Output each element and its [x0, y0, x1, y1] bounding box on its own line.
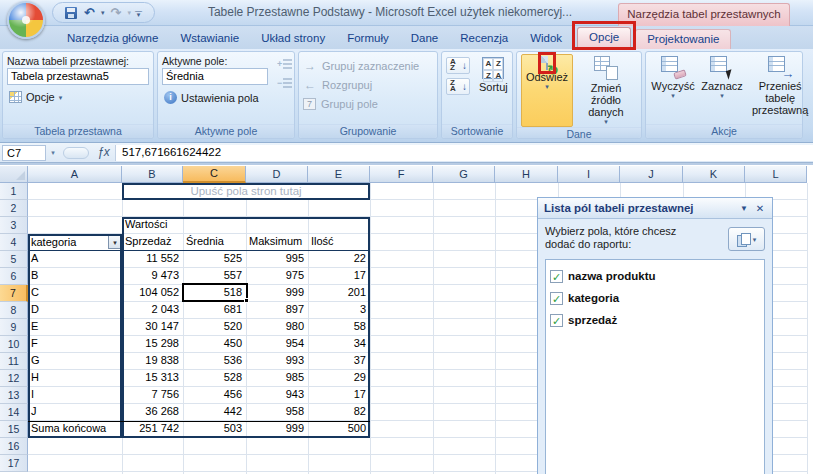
cell-C13[interactable]: 456	[183, 387, 246, 403]
cell-A5[interactable]: A	[28, 251, 122, 267]
cell-D5[interactable]: 995	[246, 251, 308, 267]
active-field-input[interactable]: Średnia	[162, 68, 268, 85]
tab-projektowanie[interactable]: Projektowanie	[635, 29, 731, 49]
refresh-button[interactable]: ↻ Odśwież ▾	[521, 54, 573, 127]
tab-opcje[interactable]: Opcje	[577, 27, 631, 49]
row-header-6[interactable]: 6	[0, 268, 28, 285]
panel-options-dropdown-icon[interactable]: ▼	[736, 204, 752, 213]
row-header-11[interactable]: 11	[0, 353, 28, 370]
cell-D14[interactable]: 958	[246, 404, 308, 420]
cell-C12[interactable]: 528	[183, 370, 246, 386]
field-checkbox-kategoria[interactable]: ✓	[550, 292, 563, 305]
cell-B7[interactable]: 104 052	[122, 285, 183, 301]
row-header-5[interactable]: 5	[0, 251, 28, 268]
cell-C9[interactable]: 520	[183, 319, 246, 335]
cell-A14[interactable]: J	[28, 404, 122, 420]
row-header-12[interactable]: 12	[0, 370, 28, 387]
row-header-8[interactable]: 8	[0, 302, 28, 319]
row-header-3[interactable]: 3	[0, 217, 28, 234]
cell-D7[interactable]: 999	[246, 285, 308, 301]
column-header-F[interactable]: F	[370, 166, 433, 183]
cell-B14[interactable]: 36 268	[122, 404, 183, 420]
cell-B11[interactable]: 19 838	[122, 353, 183, 369]
row-header-15[interactable]: 15	[0, 421, 28, 438]
insert-function-button[interactable]: ƒx	[92, 145, 116, 161]
tab-układ-strony[interactable]: Układ strony	[250, 29, 336, 49]
cell-E5[interactable]: 22	[308, 251, 370, 267]
layout-selector-button[interactable]: ▾	[728, 227, 765, 251]
column-header-C[interactable]: C	[183, 166, 246, 183]
select-button[interactable]: Zaznacz ▾	[698, 54, 746, 124]
cell-B9[interactable]: 30 147	[122, 319, 183, 335]
select-all-corner[interactable]	[0, 166, 28, 183]
cell-C7[interactable]: 518	[183, 285, 246, 301]
cell-D8[interactable]: 897	[246, 302, 308, 318]
row-header-10[interactable]: 10	[0, 336, 28, 353]
pivot-options-button[interactable]: Opcje ▾	[7, 90, 149, 104]
column-header-L[interactable]: L	[745, 166, 807, 183]
cell-E8[interactable]: 3	[308, 302, 370, 318]
cell-C8[interactable]: 681	[183, 302, 246, 318]
save-icon[interactable]	[63, 5, 78, 20]
cell-B5[interactable]: 11 552	[122, 251, 183, 267]
cell-A7[interactable]: C	[28, 285, 122, 301]
column-header-H[interactable]: H	[495, 166, 558, 183]
cell-E7[interactable]: 201	[308, 285, 370, 301]
row-header-7[interactable]: 7	[0, 285, 28, 302]
sort-za-button[interactable]: ZA↓	[446, 78, 470, 95]
undo-dropdown-icon[interactable]: ▾	[101, 9, 105, 17]
field-item-sprzedaż[interactable]: ✓sprzedaż	[550, 309, 760, 331]
field-checkbox-sprzedaż[interactable]: ✓	[550, 314, 563, 327]
name-box-dropdown-icon[interactable]: ▾	[46, 149, 60, 157]
column-header-B[interactable]: B	[122, 166, 183, 183]
tab-widok[interactable]: Widok	[519, 29, 573, 49]
pivot-name-input[interactable]: Tabela przestawna5	[7, 68, 149, 85]
cell-A8[interactable]: D	[28, 302, 122, 318]
row-header-4[interactable]: 4	[0, 234, 28, 251]
field-item-nazwa-produktu[interactable]: ✓nazwa produktu	[550, 265, 760, 287]
row-header-2[interactable]: 2	[0, 200, 28, 217]
cell-C5[interactable]: 525	[183, 251, 246, 267]
cell-A13[interactable]: I	[28, 387, 122, 403]
column-header-I[interactable]: I	[558, 166, 620, 183]
value-header-D4[interactable]: Maksimum	[246, 234, 308, 250]
cell-E9[interactable]: 58	[308, 319, 370, 335]
row-header-13[interactable]: 13	[0, 387, 28, 404]
office-button[interactable]	[7, 1, 45, 39]
total-cell-B15[interactable]: 251 742	[122, 421, 183, 437]
cell-A11[interactable]: G	[28, 353, 122, 369]
row-header-1[interactable]: 1	[0, 183, 28, 200]
tab-narzędzia-główne[interactable]: Narzędzia główne	[56, 29, 169, 49]
total-cell-E15[interactable]: 500	[308, 421, 370, 437]
cell-B10[interactable]: 15 298	[122, 336, 183, 352]
clear-button[interactable]: Wyczyść ▾	[650, 54, 696, 124]
cell-C14[interactable]: 442	[183, 404, 246, 420]
sort-button[interactable]: AZZA Sortuj	[475, 55, 512, 95]
row-header-9[interactable]: 9	[0, 319, 28, 336]
cell-D9[interactable]: 980	[246, 319, 308, 335]
field-filter-dropdown-icon[interactable]: ▾	[108, 235, 122, 249]
cell-B3[interactable]: Wartości	[122, 217, 183, 233]
column-header-G[interactable]: G	[433, 166, 495, 183]
cell-D11[interactable]: 993	[246, 353, 308, 369]
cell-E11[interactable]: 37	[308, 353, 370, 369]
column-header-D[interactable]: D	[246, 166, 308, 183]
total-cell-D15[interactable]: 999	[246, 421, 308, 437]
field-settings-button[interactable]: i Ustawienia pola	[162, 90, 290, 105]
field-checkbox-nazwa-produktu[interactable]: ✓	[550, 270, 563, 283]
cell-E6[interactable]: 17	[308, 268, 370, 284]
tab-dane[interactable]: Dane	[400, 29, 450, 49]
column-header-J[interactable]: J	[620, 166, 683, 183]
cell-E12[interactable]: 29	[308, 370, 370, 386]
page-fields-drop-zone[interactable]: Upuść pola stron tutaj	[122, 183, 370, 200]
column-header-E[interactable]: E	[308, 166, 370, 183]
cell-A9[interactable]: E	[28, 319, 122, 335]
cell-A12[interactable]: H	[28, 370, 122, 386]
cell-A10[interactable]: F	[28, 336, 122, 352]
value-header-C4[interactable]: Średnia	[183, 234, 246, 250]
panel-close-icon[interactable]: ✕	[752, 203, 768, 214]
cell-B12[interactable]: 15 313	[122, 370, 183, 386]
cell-E10[interactable]: 34	[308, 336, 370, 352]
row-header-17[interactable]: 17	[0, 455, 28, 472]
cell-E13[interactable]: 17	[308, 387, 370, 403]
